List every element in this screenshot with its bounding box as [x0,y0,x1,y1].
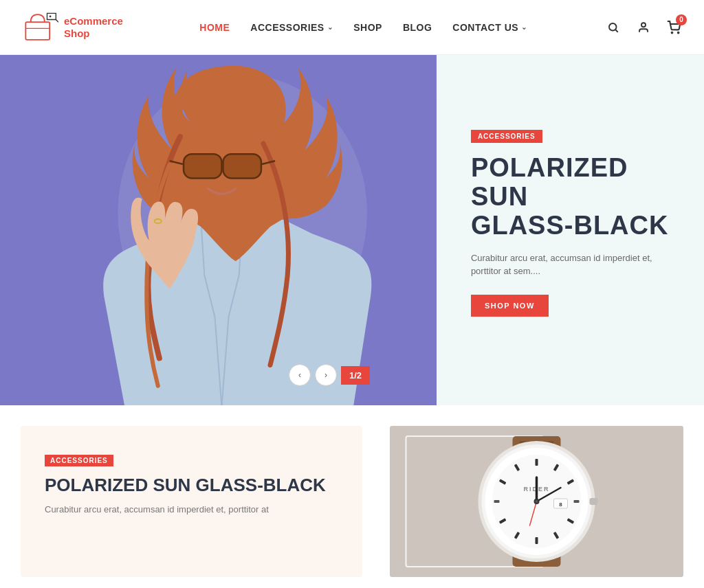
logo-icon [21,8,58,46]
nav-item-blog[interactable]: BLOG [403,22,432,33]
slider-next-button[interactable]: › [315,364,337,386]
svg-point-52 [536,500,538,503]
chevron-down-icon-2: ⌄ [521,23,527,31]
logo-text: eCommerce Shop [64,15,123,40]
user-button[interactable] [634,18,653,37]
svg-rect-13 [223,154,261,178]
product-title-1: POLARIZED SUN GLASS-BLACK [45,475,338,496]
nav-item-shop[interactable]: SHOP [353,22,382,33]
hero-section: ‹ › 1/2 ACCESSORIES POLARIZED SUN GLASS-… [0,55,704,405]
nav-link-blog[interactable]: BLOG [403,22,432,33]
search-button[interactable] [604,18,623,37]
svg-point-2 [50,16,52,18]
svg-rect-32 [590,498,598,505]
nav-item-accessories[interactable]: ACCESSORIES ⌄ [250,22,333,33]
svg-rect-36 [574,500,580,503]
svg-rect-0 [25,22,50,40]
cart-button[interactable]: 0 [664,18,683,37]
hero-background [0,55,437,405]
nav-link-home[interactable]: HOME [199,22,230,33]
search-icon [607,21,619,34]
svg-text:8: 8 [559,501,562,508]
nav-item-home[interactable]: HOME [199,22,230,33]
main-nav: HOME ACCESSORIES ⌄ SHOP BLOG [199,22,527,33]
slider-prev-button[interactable]: ‹ [289,364,311,386]
products-section: ACCESSORIES POLARIZED SUN GLASS-BLACK Cu… [0,405,704,588]
nav-link-shop[interactable]: SHOP [353,22,382,33]
hero-illustration [0,55,437,405]
svg-point-7 [678,32,679,33]
hero-category-badge: ACCESSORIES [471,130,542,143]
product-badge-1: ACCESSORIES [45,455,113,466]
svg-rect-33 [536,459,538,466]
cart-count: 0 [676,14,687,25]
svg-point-5 [641,23,646,27]
svg-point-6 [672,32,673,33]
svg-rect-42 [494,500,500,503]
product-card-watch: 8 RIDER [390,426,683,577]
svg-line-4 [615,30,617,32]
watch-illustration: 8 RIDER [390,426,683,577]
slider-controls: ‹ › 1/2 [289,364,370,386]
product-card-sunglasses: ACCESSORIES POLARIZED SUN GLASS-BLACK Cu… [21,426,362,577]
product-desc-1: Curabitur arcu erat, accumsan id imperdi… [45,503,338,517]
hero-title: POLARIZED SUN GLASS-BLACK [471,154,676,240]
slider-counter: 1/2 [341,366,370,385]
user-icon [637,21,650,34]
hero-description: Curabitur arcu erat, accumsan id imperdi… [471,251,676,278]
nav-item-contact[interactable]: CONTACT US ⌄ [452,22,527,33]
svg-point-3 [609,23,617,31]
header-icons: 0 [604,18,683,37]
svg-rect-12 [184,154,221,178]
nav-link-contact[interactable]: CONTACT US ⌄ [452,22,527,33]
logo-text-container: eCommerce Shop [64,15,123,40]
shop-now-button[interactable]: SHOP NOW [471,295,549,317]
chevron-down-icon: ⌄ [327,23,333,31]
nav-link-accessories[interactable]: ACCESSORIES ⌄ [250,22,333,33]
hero-content: ACCESSORIES POLARIZED SUN GLASS-BLACK Cu… [437,55,704,405]
hero-image: ‹ › 1/2 [0,55,437,405]
site-header: eCommerce Shop HOME ACCESSORIES ⌄ SHOP [0,0,704,55]
watch-image: 8 RIDER [390,426,683,577]
svg-rect-39 [536,537,538,544]
site-logo[interactable]: eCommerce Shop [21,8,123,46]
